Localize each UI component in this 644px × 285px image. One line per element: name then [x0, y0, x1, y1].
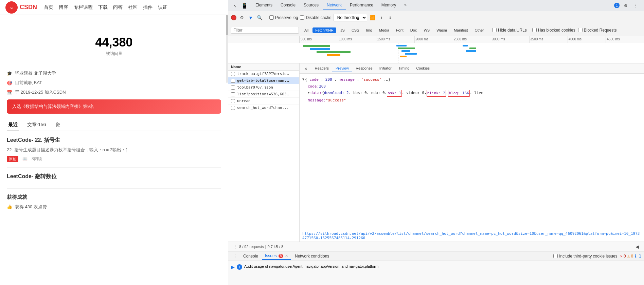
settings-icon[interactable]: ⚙: [622, 1, 630, 10]
console-tabs: ⋮ Console Issues 8 ✕ Network conditions …: [228, 251, 644, 261]
filter-type-buttons: All Fetch/XHR JS CSS Img Media Font Doc …: [302, 27, 487, 33]
request-item-4[interactable]: unread: [228, 98, 299, 104]
more-icon[interactable]: ⋮: [632, 1, 640, 10]
upload-icon[interactable]: ⬆: [378, 14, 385, 21]
json-code-val: 200: [325, 77, 332, 82]
request-checkbox-0[interactable]: [231, 72, 235, 76]
search-icon[interactable]: 🔍: [256, 14, 263, 21]
scroll-left-icon[interactable]: ◀: [633, 243, 641, 251]
filter-other[interactable]: Other: [472, 27, 487, 33]
json-ask-label: ask:: [388, 91, 399, 95]
ask-highlight: ask: 1: [387, 90, 402, 97]
tab-articles[interactable]: 文章·156: [26, 119, 47, 131]
filter-wasm[interactable]: Wasm: [434, 27, 450, 33]
tab-timing[interactable]: Timing: [395, 65, 413, 72]
preserve-log-label[interactable]: Preserve log: [269, 15, 298, 20]
filter-media[interactable]: Media: [376, 27, 392, 33]
tab-performance[interactable]: Performance: [346, 1, 377, 10]
blocked-requests-checkbox[interactable]: [578, 28, 583, 32]
nav-course[interactable]: 专栏课程: [74, 4, 93, 11]
nav-community[interactable]: 社区: [128, 4, 138, 11]
issues-close-icon[interactable]: ✕: [285, 254, 288, 258]
tab-console[interactable]: Console: [276, 1, 300, 10]
download-icon[interactable]: ⬇: [387, 14, 394, 21]
throttle-select[interactable]: No throttling: [334, 14, 367, 21]
nav-home[interactable]: 首页: [44, 4, 53, 11]
request-item-0[interactable]: track_ua.gif?APIVersio...: [228, 71, 299, 77]
request-item-5[interactable]: search_hot_word?chan...: [228, 104, 299, 111]
tab-sources[interactable]: Sources: [300, 1, 323, 10]
console-tab-console[interactable]: Console: [240, 253, 261, 260]
request-checkbox-1[interactable]: [231, 79, 235, 83]
json-blink-value: 2: [443, 91, 445, 95]
console-tab-network-conditions[interactable]: Network conditions: [292, 253, 332, 260]
tab-network[interactable]: Network: [323, 1, 346, 10]
tab-elements[interactable]: Elements: [251, 1, 276, 10]
svg-rect-2: [303, 45, 330, 47]
statusbar-menu-icon[interactable]: ⋮: [231, 243, 239, 251]
tab-preview[interactable]: Preview: [332, 65, 352, 72]
filter-all[interactable]: All: [302, 27, 311, 33]
nav-qa[interactable]: 问答: [113, 4, 123, 11]
request-item-1[interactable]: get-tab-total?usernam...: [228, 77, 299, 84]
filter-manifest[interactable]: Manifest: [451, 27, 471, 33]
preserve-log-checkbox[interactable]: [269, 15, 274, 20]
cursor-icon[interactable]: ↖: [231, 1, 239, 10]
request-checkbox-4[interactable]: [231, 99, 235, 103]
read-icon: 📖: [22, 156, 28, 161]
csdn-nav: 首页 博客 专栏课程 下载 问答 社区 插件 认证: [44, 4, 167, 11]
request-checkbox-3[interactable]: [231, 92, 235, 96]
request-item-3[interactable]: list?positions=536,603,...: [228, 91, 299, 98]
include-third-party-checkbox[interactable]: [553, 254, 558, 258]
tab-cookies[interactable]: Cookies: [413, 65, 433, 72]
tab-response[interactable]: Response: [352, 65, 376, 72]
device-icon[interactable]: 📱: [240, 1, 249, 10]
request-checkbox-2[interactable]: [231, 86, 235, 90]
hide-data-urls-checkbox[interactable]: [492, 28, 497, 32]
filter-icon[interactable]: ▼: [247, 14, 254, 21]
article-excerpt-1: 22. 括号生成题目描述暴力枚举括号组合，输入：n = 3输出：[: [7, 147, 221, 153]
tab-headers[interactable]: Headers: [311, 65, 332, 72]
tab-resources[interactable]: 资: [54, 119, 61, 131]
console-menu-icon[interactable]: ⋮: [231, 252, 239, 260]
stop-icon[interactable]: ⊘: [238, 14, 245, 21]
filter-ws[interactable]: WS: [421, 27, 432, 33]
filter-img[interactable]: Img: [363, 27, 375, 33]
disable-cache-checkbox[interactable]: [300, 15, 304, 20]
console-tab-issues[interactable]: Issues 8 ✕: [262, 252, 291, 260]
record-button[interactable]: [231, 15, 236, 20]
tab-more[interactable]: »: [400, 1, 411, 10]
article-title-1[interactable]: LeetCode- 22. 括号生: [7, 137, 221, 144]
has-blocked-label[interactable]: Has blocked cookies: [532, 28, 575, 33]
tab-initiator[interactable]: Initiator: [376, 65, 395, 72]
nav-cert[interactable]: 认证: [158, 4, 167, 11]
filter-input[interactable]: [231, 27, 299, 34]
requests-list[interactable]: Name track_ua.gif?APIVersio... get-tab-t…: [228, 63, 300, 242]
blocked-requests-label[interactable]: Blocked Requests: [578, 28, 617, 33]
has-blocked-checkbox[interactable]: [532, 28, 537, 32]
article-title-2[interactable]: LeetCode- 翻转数位: [7, 173, 221, 180]
request-checkbox-5[interactable]: [231, 106, 235, 110]
filter-js[interactable]: JS: [338, 27, 347, 33]
close-detail-button[interactable]: ✕: [302, 65, 309, 72]
audit-number: 1: [237, 264, 242, 270]
wifi-icon[interactable]: 📶: [369, 14, 376, 21]
nav-blog[interactable]: 博客: [59, 4, 68, 11]
tab-recent[interactable]: 最近: [7, 119, 19, 131]
disable-cache-label[interactable]: Disable cache: [300, 15, 331, 20]
data-triangle[interactable]: ▶: [308, 90, 310, 95]
csdn-logo[interactable]: C CSDN: [5, 1, 37, 14]
filter-doc[interactable]: Doc: [408, 27, 420, 33]
filter-css[interactable]: CSS: [349, 27, 362, 33]
filter-font[interactable]: Font: [393, 27, 406, 33]
timeline-4000: 4000 ms: [568, 36, 606, 43]
hide-data-urls-label[interactable]: Hide data URLs: [492, 28, 527, 33]
include-third-party-label[interactable]: Include third-party cookie issues: [553, 254, 617, 259]
request-item-2[interactable]: toolbar0707.json: [228, 84, 299, 91]
filter-fetch-xhr[interactable]: Fetch/XHR: [312, 27, 336, 33]
nav-download[interactable]: 下载: [98, 4, 108, 11]
tab-memory[interactable]: Memory: [377, 1, 400, 10]
root-triangle[interactable]: ▼: [302, 77, 304, 82]
read-count: 8阅读: [32, 156, 42, 162]
nav-plugin[interactable]: 插件: [143, 4, 153, 11]
